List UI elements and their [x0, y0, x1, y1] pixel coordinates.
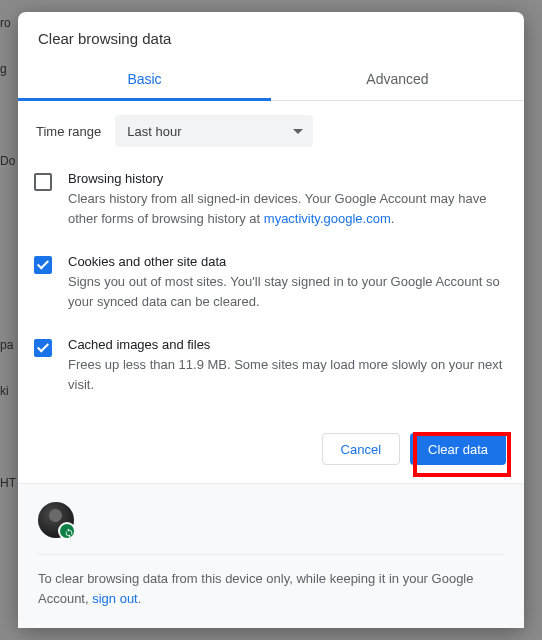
dialog-actions: Cancel Clear data — [18, 433, 524, 483]
footer-text-post: . — [138, 591, 142, 606]
account-row — [38, 502, 504, 555]
sync-icon — [64, 528, 74, 538]
option-desc-text: . — [391, 211, 395, 226]
option-body: Cookies and other site dataSigns you out… — [68, 254, 506, 311]
tabs: Basic Advanced — [18, 59, 524, 101]
option-row: Cached images and filesFrees up less tha… — [34, 337, 506, 394]
chevron-down-icon — [293, 129, 303, 134]
option-desc: Frees up less than 11.9 MB. Some sites m… — [68, 355, 506, 394]
option-title: Browsing history — [68, 171, 506, 186]
options-list: Browsing historyClears history from all … — [18, 153, 524, 420]
cancel-button[interactable]: Cancel — [322, 433, 400, 465]
time-range-label: Time range — [36, 124, 101, 139]
time-range-row: Time range Last hour — [18, 101, 524, 153]
sign-out-link[interactable]: sign out — [92, 591, 138, 606]
option-desc-link[interactable]: myactivity.google.com — [264, 211, 391, 226]
dialog-footer: To clear browsing data from this device … — [18, 483, 524, 628]
tab-basic[interactable]: Basic — [18, 59, 271, 100]
option-body: Cached images and filesFrees up less tha… — [68, 337, 506, 394]
time-range-value: Last hour — [127, 124, 181, 139]
checkbox[interactable] — [34, 173, 52, 191]
option-row: Browsing historyClears history from all … — [34, 171, 506, 228]
clear-data-button[interactable]: Clear data — [410, 433, 506, 465]
dialog-title: Clear browsing data — [18, 12, 524, 59]
option-desc: Signs you out of most sites. You'll stay… — [68, 272, 506, 311]
avatar[interactable] — [38, 502, 74, 538]
option-title: Cached images and files — [68, 337, 506, 352]
checkbox[interactable] — [34, 256, 52, 274]
footer-text: To clear browsing data from this device … — [38, 569, 504, 608]
clear-browsing-data-dialog: Clear browsing data Basic Advanced Time … — [18, 12, 524, 628]
option-desc: Clears history from all signed-in device… — [68, 189, 506, 228]
tab-advanced[interactable]: Advanced — [271, 59, 524, 100]
option-title: Cookies and other site data — [68, 254, 506, 269]
time-range-select[interactable]: Last hour — [115, 115, 313, 147]
option-body: Browsing historyClears history from all … — [68, 171, 506, 228]
option-row: Cookies and other site dataSigns you out… — [34, 254, 506, 311]
checkbox[interactable] — [34, 339, 52, 357]
option-desc-text: Signs you out of most sites. You'll stay… — [68, 274, 500, 309]
option-desc-text: Frees up less than 11.9 MB. Some sites m… — [68, 357, 502, 392]
